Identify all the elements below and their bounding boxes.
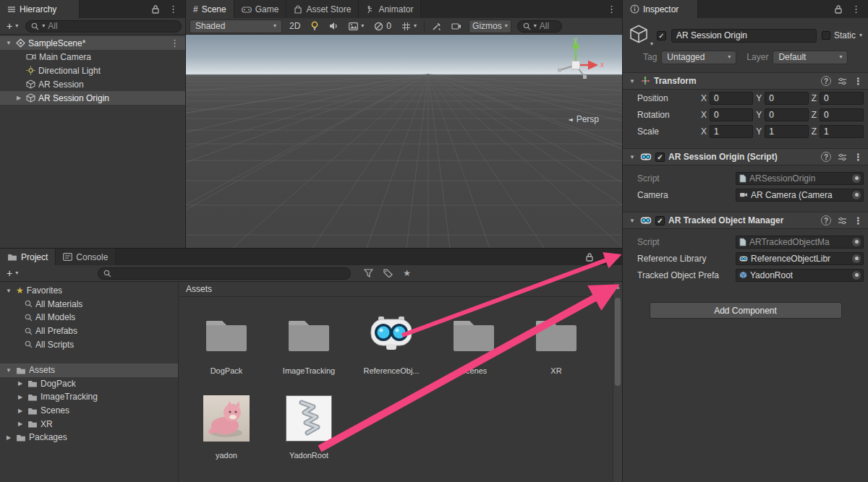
tab-console[interactable]: Console [56,249,116,265]
hierarchy-item-main-camera[interactable]: Main Camera [0,50,185,64]
asset-item-imagetracking[interactable]: ImageTracking [268,311,349,375]
scale-x-input[interactable]: 1 [710,125,753,138]
project-scrollbar[interactable]: ▲ [613,282,622,482]
scene-effects-dropdown[interactable]: ▾ [346,20,367,33]
scene-audio-icon[interactable] [326,20,341,33]
script-object-field[interactable]: ARTrackedObjectMa [736,236,864,249]
assets-root-row[interactable]: ▼ Assets [0,363,178,377]
tree-folder-imagetracking[interactable]: ▶ ImageTracking [0,390,178,404]
asset-item-dogpack[interactable]: DogPack [186,311,267,375]
transform-component-header[interactable]: ▼ Transform ? ⋮ [623,72,868,90]
scale-z-input[interactable]: 1 [820,125,864,138]
foldout-closed-icon[interactable]: ▶ [16,380,25,387]
position-y-input[interactable]: 0 [765,92,808,105]
create-button[interactable]: +▾ [4,267,21,280]
hierarchy-search-input[interactable]: ▾ All [25,20,182,33]
ar-tracked-object-manager-component-header[interactable]: ▼ ✓ AR Tracked Object Manager ? ⋮ [623,212,868,229]
scene-visibility-toggle[interactable]: 0 [371,20,394,33]
object-picker-icon[interactable] [851,270,861,280]
presets-icon[interactable] [838,153,847,161]
hierarchy-item-ar-session[interactable]: AR Session [0,77,185,91]
foldout-closed-icon[interactable]: ▶ [16,408,25,414]
hierarchy-item-ar-session-origin[interactable]: ▶ AR Session Origin [0,91,185,105]
lock-icon[interactable] [585,252,594,262]
favorite-all-models[interactable]: All Models [0,311,178,324]
toggle-2d-button[interactable]: 2D [286,20,303,33]
favorite-all-scripts[interactable]: All Scripts [0,337,178,351]
component-menu-icon[interactable]: ⋮ [854,215,863,226]
foldout-closed-icon[interactable]: ▶ [4,434,13,441]
tab-game[interactable]: Game [234,0,287,18]
help-icon[interactable]: ? [821,215,831,225]
static-checkbox[interactable] [822,31,830,40]
object-picker-icon[interactable] [851,190,861,200]
position-x-input[interactable]: 0 [710,92,753,105]
position-z-input[interactable]: 0 [820,92,864,105]
lock-icon[interactable] [151,4,160,14]
tree-folder-dogpack[interactable]: ▶ DogPack [0,377,178,391]
foldout-open-icon[interactable]: ▼ [4,288,13,294]
lock-icon[interactable] [834,4,843,14]
packages-root-row[interactable]: ▶ Packages [0,431,178,444]
object-picker-icon[interactable] [851,237,861,247]
scene-menu-icon[interactable]: ⋮ [170,38,185,48]
search-by-type-icon[interactable] [361,267,376,280]
active-checkbox[interactable]: ✓ [657,31,666,40]
add-component-button[interactable]: Add Component [650,302,842,319]
rotation-z-input[interactable]: 0 [820,108,864,121]
foldout-closed-icon[interactable]: ▶ [16,421,25,427]
favorite-all-prefabs[interactable]: All Prefabs [0,324,178,338]
search-by-label-icon[interactable] [380,267,396,280]
tab-animator[interactable]: Animator [359,0,421,18]
projection-mode-label[interactable]: ◄ Persp [568,114,599,124]
orientation-gizmo[interactable]: y x [550,36,606,88]
inspector-menu-icon[interactable]: ⋮ [851,4,861,14]
tree-folder-scenes[interactable]: ▶ Scenes [0,404,178,418]
foldout-open-icon[interactable]: ▼ [628,78,637,85]
component-enabled-checkbox[interactable]: ✓ [655,216,665,225]
hierarchy-item-directional-light[interactable]: Directional Light [0,64,185,77]
presets-icon[interactable] [838,217,847,225]
object-picker-icon[interactable] [851,173,861,184]
inspector-tab[interactable]: Inspector [623,0,698,18]
scene-row[interactable]: ▼ SampleScene* ⋮ [0,36,185,50]
scene-lighting-icon[interactable] [307,20,322,33]
foldout-open-icon[interactable]: ▼ [4,40,13,46]
tracked-object-prefab-object-field[interactable]: YadonRoot [736,269,864,282]
foldout-open-icon[interactable]: ▼ [628,154,637,160]
scroll-up-icon[interactable]: ▲ [613,282,622,290]
gizmos-dropdown[interactable]: Gizmos ▾ [469,20,511,33]
scrollbar-thumb[interactable] [615,298,621,386]
static-dropdown[interactable]: Static ▾ [822,30,862,40]
object-picker-icon[interactable] [851,254,861,264]
component-menu-icon[interactable]: ⋮ [854,152,863,163]
favorites-row[interactable]: ▼ ★ Favorites [0,284,178,298]
rotation-y-input[interactable]: 0 [765,108,808,121]
tag-dropdown[interactable]: Untagged▾ [661,51,736,64]
asset-item-scenes[interactable]: Scenes [433,311,514,375]
hierarchy-menu-icon[interactable]: ⋮ [169,4,178,14]
create-button[interactable]: +▾ [4,20,21,33]
foldout-closed-icon[interactable]: ▶ [16,394,25,400]
foldout-open-icon[interactable]: ▼ [628,218,637,224]
presets-icon[interactable] [838,77,847,85]
gameobject-name-input[interactable]: AR Session Origin [671,29,817,43]
scene-menu-icon[interactable]: ⋮ [607,4,622,14]
help-icon[interactable]: ? [821,76,831,86]
script-object-field[interactable]: ARSessionOrigin [736,172,864,185]
ar-session-origin-component-header[interactable]: ▼ ✓ AR Session Origin (Script) ? ⋮ [623,148,868,165]
favorite-all-materials[interactable]: All Materials [0,298,178,311]
shading-mode-dropdown[interactable]: Shaded ▾ [190,20,282,33]
foldout-open-icon[interactable]: ▼ [4,367,13,374]
scale-y-input[interactable]: 1 [765,125,808,138]
layer-dropdown[interactable]: Default▾ [773,51,848,64]
asset-item-xr[interactable]: XR [516,311,597,375]
help-icon[interactable]: ? [821,152,831,162]
foldout-closed-icon[interactable]: ▶ [14,95,23,101]
asset-item-yadonroot[interactable]: YadonRoot [268,395,349,460]
asset-item-reference-object-library[interactable]: ReferenceObj... [351,311,432,375]
saved-search-star-icon[interactable]: ★ [400,267,414,280]
asset-item-yadon[interactable]: yadon [186,395,267,460]
scene-grid-dropdown[interactable]: ▾ [399,20,420,33]
tree-folder-xr[interactable]: ▶ XR [0,417,178,431]
